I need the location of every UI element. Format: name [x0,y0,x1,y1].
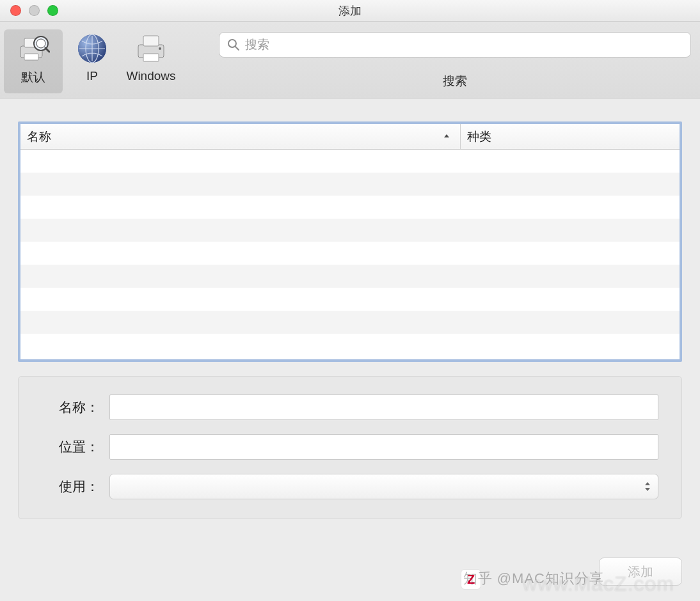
list-row-empty [20,219,680,242]
sort-ascending-icon [442,130,451,144]
svg-line-5 [45,48,49,52]
list-row-empty [20,196,680,219]
column-label: 种类 [467,129,491,145]
svg-point-4 [36,39,45,48]
toolbar: 默认 [0,22,700,98]
printer-icon [134,32,168,65]
add-printer-window: 添加 默认 [0,0,700,601]
titlebar: 添加 [0,0,700,22]
location-label: 位置： [42,438,99,456]
search-icon [227,38,240,51]
svg-rect-11 [143,54,159,61]
list-row-empty [20,150,680,173]
svg-line-14 [235,47,239,50]
column-header-kind[interactable]: 种类 [461,124,680,149]
list-row-empty [20,311,680,334]
list-row-empty [20,242,680,265]
watermark-text-1: 知乎 @MAC知识分享 [463,569,604,588]
watermark-badge-icon: Z [461,569,481,589]
printer-details-form: 名称： 位置： 使用： [18,376,682,519]
content-area: 名称 种类 [0,98,700,532]
list-body [20,150,680,359]
add-button[interactable]: 添加 [599,558,682,586]
zoom-window-button[interactable] [47,5,58,16]
list-row-empty [20,288,680,311]
close-window-button[interactable] [10,5,21,16]
globe-network-icon [76,32,109,65]
toolbar-search-section: 搜索 搜索 [219,29,691,90]
window-controls [10,5,58,16]
svg-rect-10 [143,36,159,46]
name-field[interactable] [109,394,658,420]
search-placeholder: 搜索 [245,36,269,53]
printer-list[interactable]: 名称 种类 [18,121,682,362]
location-field[interactable] [109,434,658,460]
svg-point-13 [228,40,236,47]
tab-label: 默认 [21,69,45,86]
svg-rect-2 [24,54,38,60]
window-title: 添加 [0,3,700,19]
minimize-window-button[interactable] [29,5,40,16]
select-stepper-icon [644,481,651,492]
list-row-empty [20,265,680,288]
list-row-empty [20,334,680,357]
tab-ip[interactable]: IP [63,29,122,93]
column-label: 名称 [27,129,51,145]
search-input[interactable]: 搜索 [219,32,691,58]
toolbar-tabs: 默认 [4,29,180,93]
list-row-empty [20,173,680,196]
footer: 添加 [599,558,682,586]
tab-windows[interactable]: Windows [122,29,180,93]
printer-magnifier-icon [17,32,50,65]
name-label: 名称： [42,398,99,416]
use-label: 使用： [42,478,99,496]
tab-label: Windows [126,69,175,83]
use-select[interactable] [109,474,658,499]
column-header-name[interactable]: 名称 [20,124,461,149]
list-header: 名称 种类 [20,124,680,150]
search-label: 搜索 [219,73,691,90]
svg-point-12 [159,47,161,50]
tab-label: IP [86,69,98,83]
tab-default[interactable]: 默认 [4,29,63,93]
